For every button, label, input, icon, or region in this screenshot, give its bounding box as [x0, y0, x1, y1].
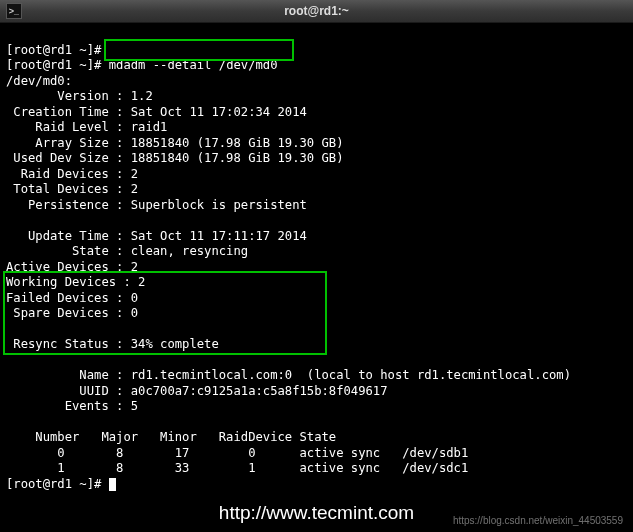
prompt-final: [root@rd1 ~]# [6, 477, 109, 491]
detail-spare-devices: Spare Devices : 0 [6, 306, 138, 320]
device-header: /dev/md0: [6, 74, 72, 88]
prompt-line: [root@rd1 ~]# [6, 43, 101, 57]
terminal-icon: >_ [6, 3, 22, 19]
prompt-line: [root@rd1 ~]# [6, 58, 101, 72]
terminal-window: >_ root@rd1:~ [root@rd1 ~]# [root@rd1 ~]… [0, 0, 633, 532]
detail-failed-devices: Failed Devices : 0 [6, 291, 138, 305]
detail-uuid: UUID : a0c700a7:c9125a1a:c5a8f15b:8f0496… [6, 384, 388, 398]
table-header: Number Major Minor RaidDevice State [6, 430, 336, 444]
detail-raid-devices: Raid Devices : 2 [6, 167, 138, 181]
titlebar: >_ root@rd1:~ [0, 0, 633, 23]
detail-array-size: Array Size : 18851840 (17.98 GiB 19.30 G… [6, 136, 344, 150]
detail-total-devices: Total Devices : 2 [6, 182, 138, 196]
window-title: root@rd1:~ [284, 4, 349, 18]
detail-active-devices: Active Devices : 2 [6, 260, 138, 274]
detail-resync-status: Resync Status : 34% complete [6, 337, 219, 351]
detail-state: State : clean, resyncing [6, 244, 248, 258]
detail-raid-level: Raid Level : raid1 [6, 120, 167, 134]
table-row: 0 8 17 0 active sync /dev/sdb1 [6, 446, 468, 460]
detail-creation-time: Creation Time : Sat Oct 11 17:02:34 2014 [6, 105, 307, 119]
detail-update-time: Update Time : Sat Oct 11 17:11:17 2014 [6, 229, 307, 243]
detail-name: Name : rd1.tecmintlocal.com:0 (local to … [6, 368, 571, 382]
table-row: 1 8 33 1 active sync /dev/sdc1 [6, 461, 468, 475]
detail-persistence: Persistence : Superblock is persistent [6, 198, 307, 212]
detail-version: Version : 1.2 [6, 89, 153, 103]
cursor[interactable] [109, 478, 116, 491]
detail-working-devices: Working Devices : 2 [6, 275, 145, 289]
entered-command: mdadm --detail /dev/md0 [109, 58, 278, 72]
detail-used-dev-size: Used Dev Size : 18851840 (17.98 GiB 19.3… [6, 151, 344, 165]
terminal-viewport[interactable]: [root@rd1 ~]# [root@rd1 ~]# mdadm --deta… [0, 23, 633, 532]
detail-events: Events : 5 [6, 399, 138, 413]
